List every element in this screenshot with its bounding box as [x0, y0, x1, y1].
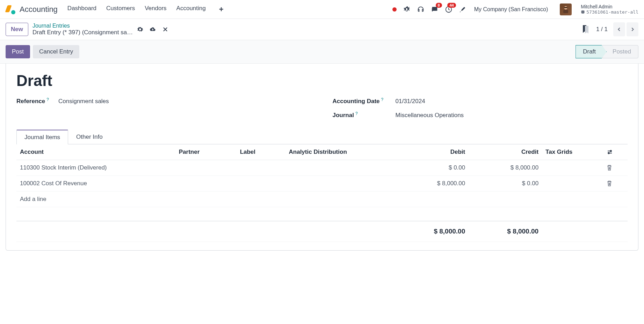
cell-partner[interactable] — [175, 160, 237, 176]
support-icon[interactable] — [417, 6, 425, 13]
reference-value[interactable]: Consignment sales — [58, 98, 109, 105]
cell-debit[interactable]: $ 0.00 — [395, 160, 469, 176]
cell-tax-grids[interactable] — [542, 176, 603, 192]
cell-credit[interactable]: $ 0.00 — [469, 176, 542, 192]
breadcrumb-current: Draft Entry (* 397) (Consignment sa… — [32, 29, 133, 36]
cell-analytic[interactable] — [285, 160, 396, 176]
total-credit: $ 8,000.00 — [469, 221, 542, 242]
table-row[interactable]: 110300 Stock Interim (Delivered) $ 0.00 … — [16, 160, 628, 176]
activities-badge: 44 — [447, 3, 456, 8]
nav-accounting[interactable]: Accounting — [176, 5, 206, 14]
help-icon[interactable]: ? — [381, 97, 384, 102]
database-icon — [581, 10, 585, 14]
discard-icon[interactable] — [162, 26, 168, 33]
total-debit: $ 8,000.00 — [395, 221, 469, 242]
tools-icon[interactable] — [459, 6, 466, 13]
cell-account[interactable]: 110300 Stock Interim (Delivered) — [16, 160, 175, 176]
col-partner[interactable]: Partner — [175, 144, 237, 160]
tabs: Journal Items Other Info — [16, 129, 628, 144]
col-credit[interactable]: Credit — [469, 144, 542, 160]
nav-customers[interactable]: Customers — [106, 5, 135, 14]
messages-icon[interactable]: 8 — [431, 6, 439, 13]
post-button[interactable]: Post — [6, 45, 30, 58]
pager-next-button[interactable] — [627, 22, 638, 36]
activities-icon[interactable]: 44 — [445, 6, 453, 13]
col-settings[interactable] — [603, 144, 628, 160]
recording-indicator-icon — [392, 7, 397, 12]
table-row[interactable]: 100002 Cost Of Revenue $ 8,000.00 $ 0.00 — [16, 176, 628, 192]
debug-icon[interactable] — [403, 6, 411, 13]
cell-account[interactable]: 100002 Cost Of Revenue — [16, 176, 175, 192]
journal-items-table: Account Partner Label Analytic Distribut… — [16, 144, 628, 242]
breadcrumb-parent[interactable]: Journal Entries — [32, 23, 133, 29]
user-name: Mitchell Admin — [581, 4, 638, 9]
cell-credit[interactable]: $ 8,000.00 — [469, 160, 542, 176]
pager-text: 1 / 1 — [596, 26, 608, 33]
user-info[interactable]: Mitchell Admin 57361061-master-all — [581, 4, 638, 15]
col-debit[interactable]: Debit — [395, 144, 469, 160]
company-selector[interactable]: My Company (San Francisco) — [474, 6, 548, 13]
page-title: Draft — [16, 72, 628, 89]
cell-partner[interactable] — [175, 176, 237, 192]
tab-other-info[interactable]: Other Info — [68, 130, 111, 144]
nav-vendors[interactable]: Vendors — [145, 5, 166, 14]
action-bar: Post Cancel Entry Draft Posted — [0, 40, 644, 64]
cancel-entry-button[interactable]: Cancel Entry — [33, 45, 79, 58]
gear-icon[interactable] — [137, 26, 143, 33]
db-name: 57361061-master-all — [581, 9, 638, 15]
top-nav: Accounting Dashboard Customers Vendors A… — [0, 0, 644, 19]
accounting-date-label: Accounting Date? — [333, 98, 389, 105]
status-bar: Draft Posted — [576, 45, 638, 58]
add-line-button[interactable]: Add a line — [16, 192, 628, 207]
col-analytic[interactable]: Analytic Distribution — [285, 144, 396, 160]
cell-label[interactable] — [237, 160, 285, 176]
tab-journal-items[interactable]: Journal Items — [16, 130, 68, 144]
svg-point-5 — [610, 150, 612, 152]
journal-value[interactable]: Miscellaneous Operations — [396, 112, 464, 119]
cell-label[interactable] — [237, 176, 285, 192]
breadcrumb: Journal Entries Draft Entry (* 397) (Con… — [32, 23, 133, 36]
app-logo[interactable] — [6, 5, 15, 14]
col-account[interactable]: Account — [16, 144, 175, 160]
cell-analytic[interactable] — [285, 176, 396, 192]
nav-menu: Dashboard Customers Vendors Accounting + — [67, 5, 224, 14]
bookmark-icon[interactable] — [582, 25, 589, 34]
journal-label: Journal? — [333, 112, 389, 119]
col-label[interactable]: Label — [237, 144, 285, 160]
user-avatar[interactable] — [560, 3, 572, 15]
cell-tax-grids[interactable] — [542, 160, 603, 176]
svg-rect-2 — [563, 10, 568, 13]
nav-add-menu[interactable]: + — [219, 5, 224, 14]
app-title[interactable]: Accounting — [20, 5, 58, 14]
delete-row-icon[interactable] — [607, 165, 612, 171]
help-icon[interactable]: ? — [355, 111, 358, 116]
column-settings-icon — [607, 149, 613, 155]
messages-badge: 8 — [436, 3, 442, 8]
totals-row: $ 8,000.00 $ 8,000.00 — [16, 221, 628, 242]
reference-label: Reference? — [16, 98, 51, 105]
help-icon[interactable]: ? — [46, 97, 49, 102]
new-button[interactable]: New — [6, 23, 28, 36]
svg-point-6 — [608, 152, 609, 154]
delete-row-icon[interactable] — [607, 180, 612, 187]
cell-debit[interactable]: $ 8,000.00 — [395, 176, 469, 192]
nav-dashboard[interactable]: Dashboard — [67, 5, 96, 14]
form-sheet: Draft Reference? Consignment sales Accou… — [6, 64, 638, 251]
col-tax-grids[interactable]: Tax Grids — [542, 144, 603, 160]
cloud-save-icon[interactable] — [150, 26, 156, 33]
pager-prev-button[interactable] — [613, 22, 625, 36]
svg-rect-3 — [564, 7, 567, 8]
status-draft[interactable]: Draft — [576, 45, 607, 58]
control-row: New Journal Entries Draft Entry (* 397) … — [0, 19, 644, 40]
nav-icons: 8 44 My Company (San Francisco) Mitchell… — [392, 3, 638, 15]
accounting-date-value[interactable]: 01/31/2024 — [396, 98, 425, 105]
status-posted[interactable]: Posted — [602, 45, 638, 58]
